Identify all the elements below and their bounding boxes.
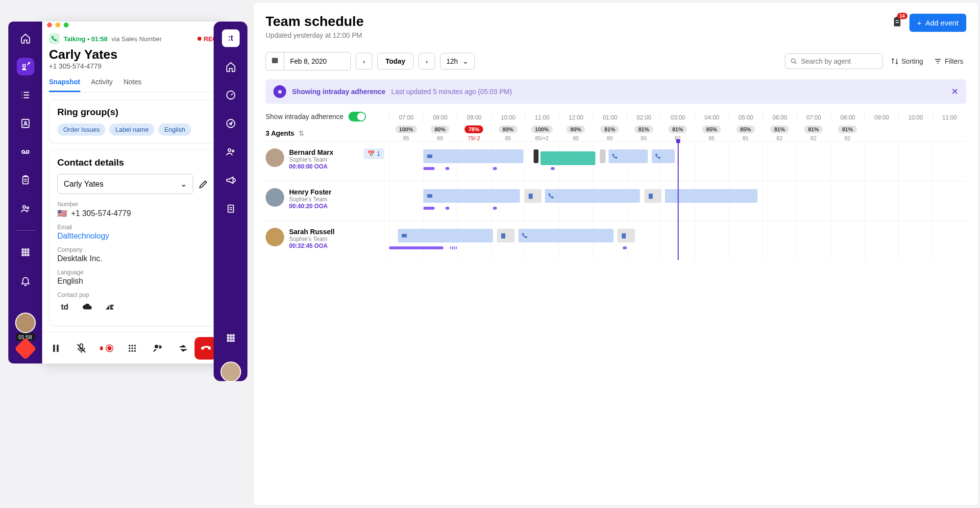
break-block[interactable] [524,189,541,203]
apps2-icon[interactable] [222,329,240,347]
break-block[interactable] [534,149,539,163]
apps-icon[interactable] [17,243,34,261]
maximize-dot[interactable] [64,23,69,27]
number-value: 🇺🇸+1 305-574-4779 [57,209,209,218]
pop-zendesk-icon[interactable] [102,301,117,313]
next-button[interactable]: › [418,53,435,70]
sorting-button[interactable]: Sorting [888,54,926,68]
email-value[interactable]: Dalttechnology [57,232,209,241]
diamond-icon[interactable] [14,338,36,360]
transfer-icon[interactable] [151,341,165,355]
stat-sub: 80 [573,135,579,141]
email-block[interactable] [398,229,493,242]
tab-activity[interactable]: Activity [91,78,113,92]
avatar [266,188,284,207]
svg-rect-54 [501,233,505,239]
search-field[interactable] [801,57,878,65]
chip[interactable]: Label name [109,123,154,136]
rocket-icon[interactable] [17,58,34,75]
adherence-bar [423,207,435,210]
gauge-icon[interactable] [222,86,240,104]
page-title: Team schedule [266,14,364,29]
secondary-avatar[interactable] [220,362,241,382]
svg-point-41 [232,337,234,339]
stat-pill: 80% [499,125,517,133]
stat-pill: 81% [804,125,823,133]
pop-label: Contact pop [57,291,209,298]
toggle-label: Show intraday adherence [266,113,343,121]
team2-icon[interactable] [222,143,240,161]
pause-icon[interactable] [49,341,63,355]
agent-team: Sophie's Team [289,196,331,203]
hour-label: 11:00 [932,112,966,121]
compass-icon[interactable] [222,115,240,132]
contact-icon[interactable] [17,115,34,132]
hour-label: 09:00 [457,112,491,121]
call-block[interactable] [518,229,613,242]
dialpad-icon[interactable] [125,341,139,355]
tab-snapshot[interactable]: Snapshot [49,78,80,92]
logo-icon[interactable]: :t [222,29,240,47]
adherence-bar [445,207,449,210]
record-icon[interactable] [100,341,114,355]
prev-button[interactable]: ‹ [356,53,372,70]
minimize-dot[interactable] [55,23,60,27]
break-block[interactable] [497,229,514,242]
close-icon[interactable]: ✕ [951,86,958,97]
voicemail-icon[interactable] [17,143,34,161]
stat-cell: 81%82 [831,125,864,141]
pop-cloud-icon[interactable] [80,301,95,313]
team-icon[interactable] [17,200,34,218]
call-block[interactable] [652,149,675,163]
stat-pill: 100% [531,125,553,133]
flag-icon: 🇺🇸 [57,209,67,218]
zoom-select[interactable]: 12h⌄ [440,53,475,70]
notifications-icon[interactable]: 14 [891,16,904,30]
stat-cell: 78%79/-2 [457,125,491,141]
svg-rect-52 [649,194,653,199]
block[interactable] [665,189,757,203]
gap-block[interactable] [600,149,606,163]
search-icon [790,57,797,65]
call-block[interactable] [545,189,640,203]
sort-icon[interactable]: ⇅ [298,129,304,137]
pop-td-icon[interactable]: td [57,301,72,313]
clipboard-icon[interactable] [17,171,34,189]
caller-name: Carly Yates [49,47,217,62]
tab-notes[interactable]: Notes [123,78,142,92]
agent-name: Henry Foster [289,188,331,196]
user-avatar[interactable]: 01:58 [15,313,36,333]
mute-icon[interactable] [74,341,88,355]
home2-icon[interactable] [222,58,240,75]
close-dot[interactable] [47,23,52,27]
swap-icon[interactable] [176,341,190,355]
adherence-banner: ★ Showing intraday adherence Last update… [266,79,966,104]
edit-icon[interactable] [198,179,209,190]
chip[interactable]: Order Issues [57,123,105,136]
meeting-block-overlay[interactable] [545,155,591,162]
stat-cell: 80%80 [423,125,457,141]
date-picker[interactable]: Feb 8, 2020 [266,52,351,71]
hour-label: 12:00 [559,112,592,121]
list-icon[interactable] [17,86,34,104]
break-block[interactable] [617,229,635,242]
home-icon[interactable] [17,29,34,47]
contact-select[interactable]: Carly Yates⌄ [57,174,193,194]
today-button[interactable]: Today [377,53,414,70]
email-block[interactable] [423,149,524,163]
bell-icon[interactable] [17,272,34,290]
filters-button[interactable]: Filters [931,54,966,68]
call-block[interactable] [609,149,648,163]
break-block[interactable] [644,189,662,203]
email-block[interactable] [423,189,520,203]
stat-sub: 85 [709,135,714,141]
agent-badge[interactable]: 📅 1 [364,148,384,159]
stat-pill: 80% [431,125,449,133]
add-event-button[interactable]: +Add event [909,14,966,32]
megaphone-icon[interactable] [222,171,240,189]
chip[interactable]: English [158,123,191,136]
adherence-toggle[interactable] [348,112,366,121]
search-input[interactable] [785,53,883,69]
svg-point-28 [131,350,133,352]
clipboard2-icon[interactable] [222,200,240,218]
